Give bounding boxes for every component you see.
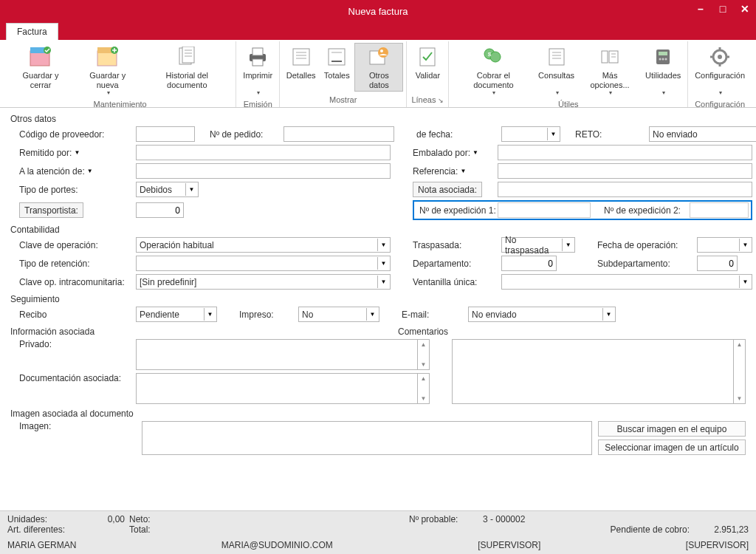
- tipo-portes-combo[interactable]: Debidos▼: [136, 182, 199, 197]
- impreso-label: Impreso:: [239, 310, 298, 320]
- section-info-asociada: Información asociada: [10, 326, 367, 337]
- n-exp2-input[interactable]: [690, 202, 749, 218]
- cobrar-button[interactable]: $ Cobrar el documento▾: [452, 43, 535, 98]
- titlebar: Nueva factura – □ ✕: [0, 0, 756, 22]
- departamento-input[interactable]: [501, 256, 557, 271]
- gear-icon: [708, 45, 732, 69]
- unidades-value: 0,00: [89, 514, 129, 524]
- queries-icon: [545, 45, 568, 69]
- buscar-imagen-button[interactable]: Buscar imagen en el equipo: [598, 421, 746, 437]
- section-contabilidad: Contabilidad: [10, 225, 746, 235]
- ribbon-group-mantenimiento: Guardar y cerrar Guardar y nueva▾ Histor…: [4, 41, 236, 107]
- referencia-input[interactable]: [498, 163, 752, 179]
- impreso-combo[interactable]: No▼: [298, 307, 379, 322]
- otros-datos-button[interactable]: Otros datos: [354, 43, 403, 92]
- svg-rect-12: [252, 48, 263, 55]
- nota-asociada-button[interactable]: Nota asociada:: [413, 182, 482, 197]
- fecha-op-label: Fecha de operación:: [597, 240, 697, 250]
- ribbon-group-emision: Imprimir▾ Emisión: [236, 41, 280, 107]
- clave-intra-combo[interactable]: [Sin predefinir]▼: [136, 274, 391, 290]
- svg-rect-14: [293, 49, 309, 65]
- svg-rect-18: [329, 49, 345, 65]
- n-probable-value: 3 - 000002: [483, 514, 571, 524]
- tipo-retencion-combo[interactable]: ▼: [136, 256, 391, 271]
- scroll-doc[interactable]: ▲▼: [418, 373, 430, 404]
- consultas-button[interactable]: Consultas▾: [535, 43, 578, 98]
- imagen-box: [142, 421, 592, 455]
- doc-asociada-textarea[interactable]: [136, 373, 418, 404]
- minimize-button[interactable]: –: [690, 0, 712, 18]
- maximize-button[interactable]: □: [712, 0, 734, 18]
- configuracion-button[interactable]: Configuración▾: [691, 43, 749, 98]
- embalado-label[interactable]: Embalado por:▼: [413, 148, 498, 158]
- ventanilla-combo[interactable]: ▼: [501, 274, 752, 290]
- svg-rect-28: [549, 49, 564, 65]
- nota-asociada-input[interactable]: [498, 182, 752, 197]
- n-pedido-label: Nº de pedido:: [210, 129, 284, 140]
- remitido-input[interactable]: [136, 145, 391, 160]
- codigo-proveedor-input[interactable]: [136, 126, 195, 142]
- referencia-label[interactable]: Referencia:▼: [413, 166, 498, 177]
- section-seguimiento: Seguimiento: [10, 294, 746, 304]
- neto-label: Neto:: [129, 514, 173, 524]
- traspasada-label: Traspasada:: [413, 240, 501, 250]
- guardar-cerrar-button[interactable]: Guardar y cerrar: [7, 43, 74, 92]
- n-pedido-input[interactable]: [284, 126, 394, 142]
- clave-op-combo[interactable]: Operación habitual▼: [136, 237, 391, 253]
- history-icon: [175, 45, 199, 69]
- recibo-combo[interactable]: Pendiente▼: [136, 307, 217, 322]
- tipo-portes-label: Tipo de portes:: [10, 185, 136, 195]
- ribbon-group-utiles: $ Cobrar el documento▾ Consultas▾ Más op…: [449, 41, 688, 107]
- transportista-input[interactable]: [136, 202, 184, 218]
- seleccionar-imagen-button[interactable]: Seleccionar imagen de un artículo: [598, 440, 746, 455]
- status-role-2: [SUPERVISOR]: [686, 540, 749, 550]
- subdepartamento-input[interactable]: [697, 256, 738, 271]
- privado-textarea[interactable]: [136, 339, 418, 370]
- charge-icon: $: [481, 45, 505, 69]
- mas-opciones-button[interactable]: Más opciones...▾: [578, 43, 642, 98]
- traspasada-combo[interactable]: No traspasada▼: [501, 237, 575, 253]
- close-button[interactable]: ✕: [734, 0, 756, 18]
- de-fecha-combo[interactable]: ▼: [501, 126, 560, 142]
- imprimir-button[interactable]: Imprimir▾: [239, 43, 276, 98]
- window-title: Nueva factura: [0, 6, 756, 17]
- save-new-icon: [96, 45, 120, 69]
- svg-rect-32: [602, 51, 608, 63]
- scroll-privado[interactable]: ▲▼: [418, 339, 430, 370]
- atencion-input[interactable]: [136, 163, 391, 179]
- n-exp1-label: Nº de expedición 1:: [415, 205, 496, 216]
- print-icon: [246, 45, 269, 69]
- ribbon-group-mostrar: Detalles Totales Otros datos Mostrar: [280, 41, 407, 107]
- svg-text:$: $: [488, 51, 492, 58]
- scroll-comentarios[interactable]: ▲▼: [734, 339, 746, 404]
- section-imagen: Imagen asociada al documento: [10, 408, 746, 419]
- subdepartamento-label: Subdepartamento:: [597, 259, 697, 269]
- clave-op-label: Clave de operación:: [10, 240, 136, 250]
- totals-icon: [325, 45, 348, 69]
- unidades-label: Unidades:: [7, 514, 89, 524]
- historial-button[interactable]: Historial del documento: [141, 43, 233, 92]
- svg-point-38: [659, 58, 662, 61]
- n-exp1-input[interactable]: [498, 202, 591, 218]
- svg-point-23: [380, 49, 383, 52]
- email-combo[interactable]: No enviado▼: [468, 307, 616, 322]
- ventanilla-label: Ventanilla única:: [413, 277, 501, 287]
- details-icon: [289, 45, 313, 69]
- totales-button[interactable]: Totales: [319, 43, 354, 83]
- status-email: MARIA@SUDOMINIO.COM: [221, 540, 333, 550]
- privado-label: Privado:: [10, 339, 136, 349]
- comentarios-textarea[interactable]: [452, 339, 734, 404]
- de-fecha-label: de fecha:: [416, 129, 501, 140]
- fecha-op-combo[interactable]: ▼: [697, 237, 752, 253]
- validar-button[interactable]: Validar: [410, 43, 445, 83]
- tab-factura[interactable]: Factura: [6, 23, 58, 40]
- utilidades-button[interactable]: Utilidades▾: [642, 43, 684, 98]
- atencion-label[interactable]: A la atención de:▼: [10, 166, 136, 177]
- guardar-nueva-button[interactable]: Guardar y nueva▾: [74, 43, 141, 98]
- expedicion-box: Nº de expedición 1: Nº de expedición 2:: [413, 200, 752, 220]
- embalado-input[interactable]: [498, 145, 752, 160]
- detalles-button[interactable]: Detalles: [283, 43, 319, 83]
- reto-combo[interactable]: No enviado▼: [649, 126, 756, 142]
- transportista-button[interactable]: Transportista:: [19, 202, 83, 218]
- remitido-label[interactable]: Remitido por:▼: [10, 148, 136, 158]
